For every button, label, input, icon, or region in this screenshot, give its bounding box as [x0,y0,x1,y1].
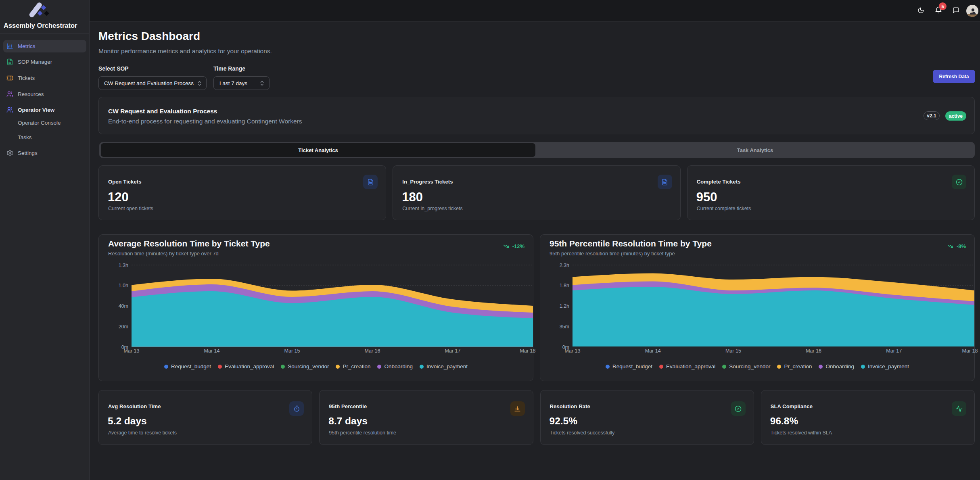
svg-text:1.3h: 1.3h [119,263,128,268]
svg-text:Mar 16: Mar 16 [806,348,821,354]
svg-text:Mar 16: Mar 16 [365,348,380,354]
svg-text:40m: 40m [119,303,128,309]
svg-text:2.3h: 2.3h [560,263,569,268]
svg-text:Mar 17: Mar 17 [886,348,902,354]
svg-text:Mar 13: Mar 13 [565,348,581,354]
svg-text:Mar 18: Mar 18 [962,348,978,354]
svg-text:Mar 15: Mar 15 [725,348,741,354]
svg-text:Mar 18: Mar 18 [520,348,536,354]
svg-text:Mar 17: Mar 17 [445,348,461,354]
svg-text:1.2h: 1.2h [560,303,569,309]
svg-text:20m: 20m [119,324,128,330]
svg-text:Mar 14: Mar 14 [204,348,220,354]
svg-text:1.8h: 1.8h [560,283,569,288]
svg-text:Mar 14: Mar 14 [645,348,661,354]
svg-text:Mar 15: Mar 15 [284,348,300,354]
svg-text:35m: 35m [560,324,569,330]
svg-text:Mar 13: Mar 13 [124,348,140,354]
svg-text:1.0h: 1.0h [119,283,128,288]
